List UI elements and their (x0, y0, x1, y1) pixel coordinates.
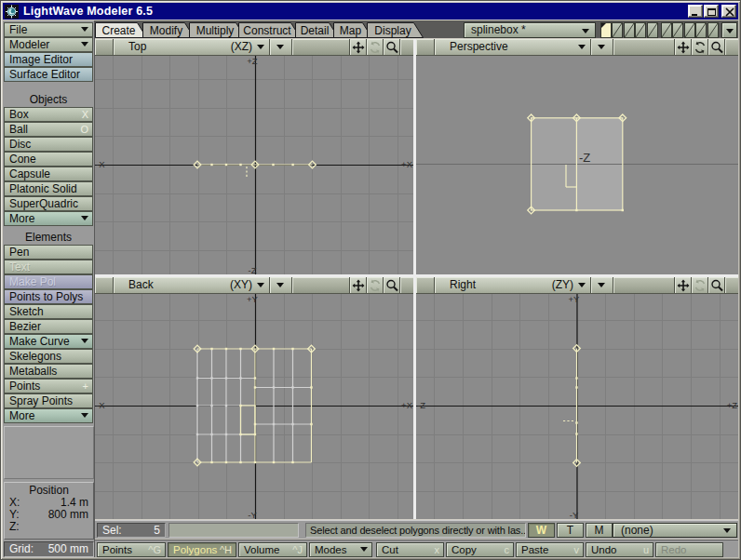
tab-label: Display (374, 24, 411, 37)
shortcut-key-label: ^J (292, 543, 303, 556)
layer-cell-3[interactable] (624, 22, 635, 38)
toolbar-button-paste[interactable]: vPaste (516, 542, 584, 557)
vertex-map-dropdown[interactable]: (none) (613, 523, 737, 538)
grid-size-value: 500 mm (48, 542, 88, 556)
viewport-pan-button[interactable] (675, 39, 692, 55)
sidebar-item-label: Platonic Solid (9, 182, 77, 195)
chevron-down-icon (360, 547, 368, 552)
layer-cell-7[interactable] (672, 22, 683, 38)
viewport-header-grip (95, 39, 114, 55)
viewport-header-spacer (613, 39, 675, 55)
viewport-canvas-back[interactable]: +Y-Y-X+X (95, 294, 413, 519)
sidebar-item-bezier[interactable]: Bezier (4, 319, 93, 334)
viewport-pan-button[interactable] (350, 277, 367, 293)
viewport-style-dropdown[interactable] (270, 277, 292, 293)
status-bar: Sel: 5 Select and deselect polygons dire… (95, 520, 738, 539)
sidebar-item-spray-points[interactable]: Spray Points (4, 393, 93, 408)
viewport-style-dropdown[interactable] (270, 39, 292, 55)
sidebar-item-superquadric[interactable]: SuperQuadric (4, 196, 93, 211)
viewport-canvas-perspective[interactable]: -Z (416, 56, 738, 274)
sidebar-item-label: Pen (9, 246, 29, 259)
sidebar-item-label: Surface Editor (9, 68, 80, 81)
shortcut-key-label: v (574, 543, 580, 556)
layer-cell-10[interactable] (707, 22, 719, 38)
viewport-header-end (725, 39, 738, 55)
grid-size-field[interactable]: Grid: 500 mm (4, 541, 94, 557)
sidebar-item-box[interactable]: XBox (4, 107, 93, 122)
bottom-toolbar: ^GPoints^HPolygons^JVolumeModesxCutcCopy… (3, 540, 738, 557)
viewport-zoom-button[interactable] (384, 277, 400, 293)
layer-cell-9[interactable] (695, 22, 707, 38)
layer-bank-dropdown[interactable] (721, 22, 737, 38)
sidebar-item-skelegons[interactable]: Skelegons (4, 349, 93, 364)
viewport-header-end (725, 277, 738, 293)
viewport-zone: Top(XZ)+Z-Z-X+XPerspective-ZBack(XY)+Y-Y… (95, 39, 738, 519)
chevron-down-icon (257, 283, 264, 287)
sidebar-item-pen[interactable]: Pen (4, 245, 93, 260)
sidebar-item-more[interactable]: More (4, 211, 93, 226)
sidebar-item-disc[interactable]: Disc (4, 137, 93, 152)
tab-strip: CreateModifyMultiplyConstructDetailMapDi… (95, 20, 462, 38)
viewport-pan-button[interactable] (675, 277, 692, 293)
rotate-icon (694, 279, 707, 292)
sidebar-item-metaballs[interactable]: Metaballs (4, 364, 93, 379)
mode-button-t[interactable]: T (557, 523, 584, 538)
sidebar-item-file[interactable]: File (4, 22, 93, 37)
viewport-type-dropdown[interactable]: Perspective (435, 39, 591, 55)
maximize-button[interactable] (704, 5, 719, 18)
minimize-button[interactable] (688, 5, 703, 18)
sidebar-item-cone[interactable]: Cone (4, 152, 93, 167)
sidebar-item-platonic-solid[interactable]: Platonic Solid (4, 181, 93, 196)
sidebar-section-objects: Objects (4, 93, 93, 107)
viewport-rotate-button[interactable] (692, 39, 708, 55)
viewport-style-dropdown[interactable] (591, 39, 613, 55)
tab-label: Multiply (196, 24, 235, 37)
sidebar-item-points-to-polys[interactable]: Points to Polys (4, 289, 93, 304)
sidebar-item-modeler[interactable]: Modeler (4, 37, 93, 52)
close-button[interactable] (721, 5, 736, 18)
viewport-axis-label: (XY) (230, 277, 252, 293)
layer-cell-1[interactable] (600, 22, 612, 38)
toolbar-button-undo[interactable]: uUndo (586, 542, 653, 557)
position-x-label: X: (9, 496, 20, 509)
toolbar-button-copy[interactable]: cCopy (446, 542, 514, 557)
sidebar-item-surface-editor[interactable]: Surface Editor (4, 67, 93, 82)
sidebar-item-make-curve[interactable]: Make Curve (4, 334, 93, 349)
sidebar-item-label: Text (9, 260, 30, 273)
toolbar-button-redo: Redo (655, 542, 723, 557)
toolbar-button-modes[interactable]: Modes (309, 542, 372, 557)
viewport-zoom-button[interactable] (708, 39, 725, 55)
sidebar-item-image-editor[interactable]: Image Editor (4, 52, 93, 67)
viewport-style-dropdown[interactable] (591, 277, 613, 293)
viewport-zoom-button[interactable] (384, 39, 400, 55)
toolbar-button-volume[interactable]: ^JVolume (238, 542, 307, 557)
object-selector-dropdown[interactable]: splinebox * (464, 22, 596, 38)
sidebar-item-sketch[interactable]: Sketch (4, 304, 93, 319)
viewport-header-grip (95, 277, 114, 293)
toolbar-button-label: Redo (661, 544, 687, 555)
axis-label: +Z (727, 400, 738, 410)
viewport-type-dropdown[interactable]: Right(ZY) (435, 277, 591, 293)
layer-cell-5[interactable] (647, 22, 658, 38)
toolbar-button-points[interactable]: ^GPoints (97, 542, 166, 557)
viewport-zoom-button[interactable] (708, 277, 725, 293)
viewport-type-dropdown[interactable]: Back(XY) (114, 277, 270, 293)
layer-cell-2[interactable] (612, 22, 623, 38)
layer-cell-4[interactable] (635, 22, 646, 38)
layer-cell-6[interactable] (661, 22, 672, 38)
viewport-type-dropdown[interactable]: Top(XZ) (114, 39, 270, 55)
mode-button-w[interactable]: W (528, 523, 555, 538)
sidebar-item-points[interactable]: +Points (4, 379, 93, 393)
viewport-canvas-right[interactable]: +Y-Y-Z+Z (416, 294, 738, 519)
layer-cell-8[interactable] (684, 22, 695, 38)
viewport-canvas-top[interactable]: +Z-Z-X+X (95, 56, 413, 274)
sidebar-item-ball[interactable]: OBall (4, 122, 93, 137)
position-z-label: Z: (9, 520, 20, 533)
sidebar-item-label: Sketch (9, 305, 44, 318)
sidebar-item-capsule[interactable]: Capsule (4, 167, 93, 181)
mode-button-m[interactable]: M (586, 523, 613, 538)
sidebar-item-more[interactable]: More (4, 408, 93, 423)
toolbar-button-cut[interactable]: xCut (376, 542, 444, 557)
toolbar-button-polygons[interactable]: ^HPolygons (168, 542, 236, 557)
viewport-pan-button[interactable] (350, 39, 367, 55)
